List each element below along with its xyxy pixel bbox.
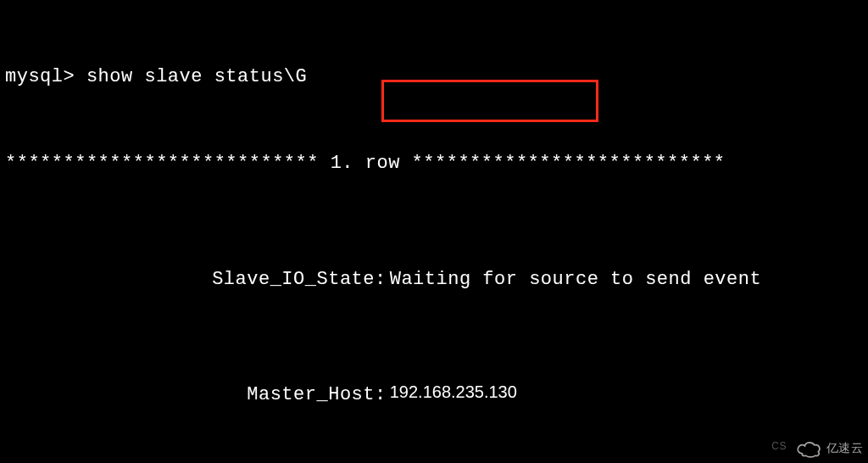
prompt-text: mysql> show slave status\G: [5, 66, 307, 87]
slave-io-state-label: Slave_IO_State: [3, 265, 375, 294]
slave-io-state-row: Slave_IO_State:Waiting for source to sen…: [3, 265, 868, 294]
cloud-icon: [794, 439, 823, 458]
terminal-output: mysql> show slave status\G *************…: [3, 5, 868, 463]
master-host-row: Master_Host:192.168.235.130: [3, 381, 868, 410]
command-prompt: mysql> show slave status\G: [3, 63, 868, 92]
separator-left: ***************************: [5, 153, 319, 174]
separator-right: ***************************: [412, 153, 726, 174]
watermark-brand: 亿速云: [794, 439, 864, 458]
watermark-cs-text: CS: [771, 440, 787, 452]
master-host-label: Master_Host: [3, 381, 375, 410]
row-separator: *************************** 1. row *****…: [3, 149, 868, 178]
watermark-brand-text: 亿速云: [826, 439, 864, 458]
slave-io-state-value: Waiting for source to send event: [390, 265, 761, 294]
watermark-cs: CS: [771, 438, 787, 455]
row-marker: 1. row: [319, 153, 412, 174]
master-host-value: 192.168.235.130: [390, 379, 517, 405]
